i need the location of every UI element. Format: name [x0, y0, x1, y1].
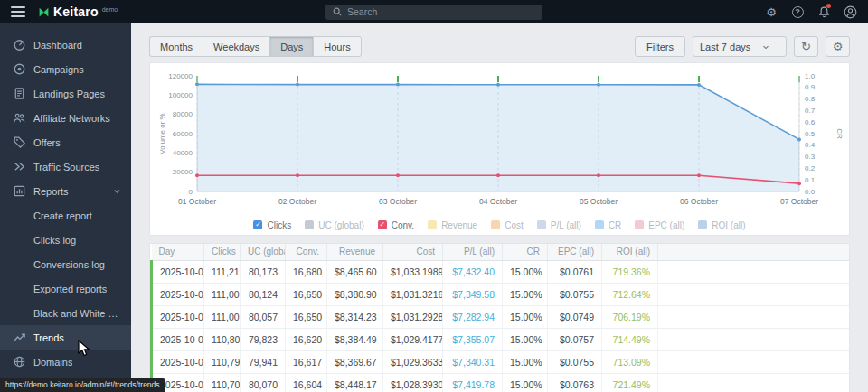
table-row: 2025-10-02111,0080,12416,650$8,380.90$1,…	[152, 283, 850, 305]
svg-text:02 October: 02 October	[278, 197, 316, 206]
cell-clicks: 110,79	[204, 350, 241, 373]
sidebar-item-trends[interactable]: Trends	[0, 325, 131, 350]
cell-filler	[658, 328, 850, 350]
view-tab-months[interactable]: Months	[149, 36, 203, 57]
cell-conv: 16,650	[286, 283, 327, 305]
refresh-button[interactable]: ↻	[794, 36, 818, 57]
cell-roi: 719.36%	[602, 260, 658, 283]
legend-item-revenue[interactable]: Revenue	[428, 220, 477, 230]
legend-item-p-l-all[interactable]: P/L (all)	[537, 220, 581, 230]
date-range-select[interactable]: Last 7 days	[693, 36, 787, 57]
cell-cost: $1,031.3216	[383, 283, 443, 305]
svg-text:0.0: 0.0	[805, 188, 816, 196]
cell-uc: 80,124	[241, 283, 286, 305]
sidebar-item-traffic-sources[interactable]: Traffic Sources	[0, 154, 131, 179]
svg-text:04 October: 04 October	[479, 197, 517, 206]
col-conv[interactable]: Conv.	[286, 244, 327, 260]
col-revenue[interactable]: Revenue	[327, 244, 383, 260]
col-clicks[interactable]: Clicks	[204, 244, 241, 260]
cell-cr: 15.00%	[503, 283, 548, 305]
status-url-tooltip: https://demo.keitaro.io/admin/#!/trends/…	[0, 378, 165, 392]
legend-swatch-clicks: ✓	[253, 220, 262, 229]
view-tab-weekdays[interactable]: Weekdays	[203, 36, 269, 57]
legend-item-cost[interactable]: Cost	[491, 220, 524, 230]
sidebar-item-offers[interactable]: Offers	[0, 130, 131, 154]
sidebar-item-reports[interactable]: Reports	[0, 179, 131, 203]
trends-table-card: DayClicksUC (global)Conv.RevenueCostP/L …	[149, 243, 850, 392]
svg-text:01 October: 01 October	[178, 197, 216, 206]
filters-button[interactable]: Filters	[635, 36, 685, 57]
main-content: MonthsWeekdaysDaysHours Filters Last 7 d…	[131, 23, 868, 392]
view-tab-days[interactable]: Days	[269, 36, 313, 57]
sidebar-item-create-report[interactable]: Create report	[0, 203, 131, 228]
cell-revenue: $8,384.49	[327, 328, 383, 350]
legend-item-uc-global[interactable]: UC (global)	[305, 220, 364, 230]
cell-cost: $1,029.4177	[383, 328, 443, 350]
app-logo[interactable]: Keitaro demo	[38, 5, 118, 20]
cell-epc: $0.0763	[548, 373, 602, 392]
trends-icon	[13, 331, 26, 344]
sidebar-item-campaigns[interactable]: Campaigns	[0, 57, 131, 81]
svg-text:0.6: 0.6	[805, 118, 816, 126]
sidebar-item-domains[interactable]: Domains	[0, 350, 131, 374]
cell-epc: $0.0749	[548, 305, 602, 328]
help-icon[interactable]: ?	[790, 5, 805, 19]
table-row: 2025-10-06110,7080,07016,604$8,448.17$1,…	[152, 373, 850, 392]
cell-day: 2025-10-01	[152, 260, 204, 283]
user-avatar[interactable]	[843, 5, 857, 19]
traffic-icon	[13, 160, 26, 173]
trends-table: DayClicksUC (global)Conv.RevenueCostP/L …	[150, 244, 849, 392]
global-search[interactable]	[326, 5, 542, 20]
legend-item-roi-all[interactable]: ROI (all)	[698, 220, 745, 230]
cell-uc: 79,823	[241, 328, 286, 350]
menu-icon[interactable]	[11, 6, 25, 17]
svg-text:06 October: 06 October	[680, 197, 718, 206]
sidebar-item-exported-reports[interactable]: Exported reports	[0, 276, 131, 301]
sidebar-item-clicks-log[interactable]: Clicks log	[0, 228, 131, 252]
col-p-l-all[interactable]: P/L (all)	[443, 244, 503, 260]
legend-item-conv[interactable]: ✓ Conv.	[378, 220, 414, 230]
col-roi-all[interactable]: ROI (all)	[602, 244, 658, 260]
chevron-down-icon	[761, 42, 770, 51]
sidebar-item-black-and-white-lists[interactable]: Black and White Lists	[0, 301, 131, 325]
sidebar-item-dashboard[interactable]: Dashboard	[0, 33, 131, 57]
svg-text:03 October: 03 October	[379, 197, 417, 206]
svg-text:40000: 40000	[173, 149, 193, 157]
svg-text:0.9: 0.9	[805, 83, 816, 91]
cell-roi: 721.49%	[602, 373, 658, 392]
legend-item-clicks[interactable]: ✓ Clicks	[253, 220, 291, 230]
reports-icon	[13, 184, 26, 198]
sidebar-item-conversions-log[interactable]: Conversions log	[0, 252, 131, 276]
cell-roi: 714.49%	[602, 328, 658, 350]
col-uc-global[interactable]: UC (global)	[241, 244, 286, 260]
legend-swatch-revenue	[428, 220, 437, 229]
date-range-value: Last 7 days	[700, 42, 750, 52]
legend-item-epc-all[interactable]: EPC (all)	[635, 220, 684, 230]
cell-filler	[658, 350, 850, 373]
keitaro-logo-icon	[38, 6, 50, 18]
legend-swatch-epc-all	[635, 220, 644, 229]
col-cost[interactable]: Cost	[383, 244, 443, 260]
cell-revenue: $8,314.23	[327, 305, 383, 328]
svg-text:0: 0	[189, 188, 193, 196]
cell-filler	[658, 373, 850, 392]
notifications-bell-icon[interactable]	[816, 5, 831, 19]
cell-conv: 16,680	[286, 260, 327, 283]
cell-cost: $1,028.3930	[383, 373, 443, 392]
col-cr[interactable]: CR	[503, 244, 548, 260]
cell-cost: $1,029.3633	[383, 350, 443, 373]
chart-settings-button[interactable]: ⚙	[826, 36, 850, 57]
sidebar-item-affiliate-networks[interactable]: Affiliate Networks	[0, 106, 131, 130]
sidebar-item-landings-pages[interactable]: Landings Pages	[0, 81, 131, 106]
search-input[interactable]	[347, 6, 535, 17]
cell-clicks: 110,70	[204, 373, 241, 392]
col-day[interactable]: Day	[152, 244, 204, 260]
cell-roi: 706.19%	[602, 305, 658, 328]
col-epc-all[interactable]: EPC (all)	[548, 244, 602, 260]
view-tab-hours[interactable]: Hours	[313, 36, 361, 57]
cell-revenue: $8,380.90	[327, 283, 383, 305]
cell-clicks: 111,00	[204, 283, 241, 305]
settings-icon[interactable]: ⚙	[764, 5, 778, 19]
svg-text:0.7: 0.7	[805, 107, 816, 115]
legend-item-cr[interactable]: CR	[595, 220, 621, 230]
